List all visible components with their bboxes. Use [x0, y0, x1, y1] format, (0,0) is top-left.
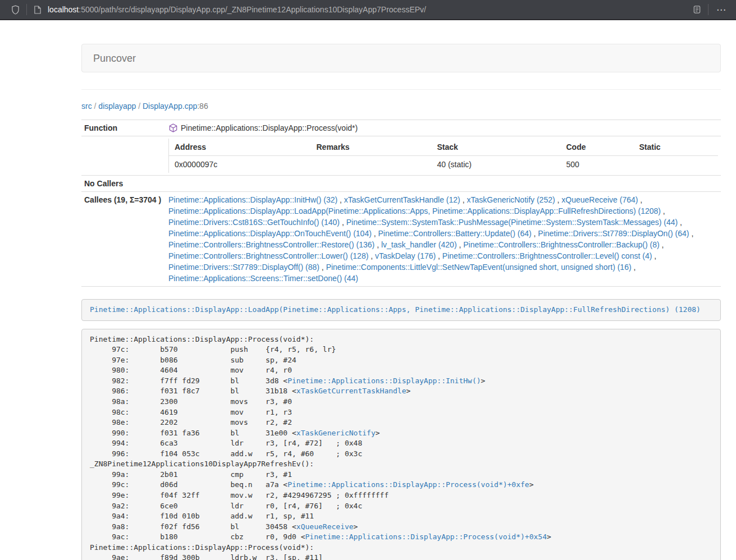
stats-header-cell: Code	[561, 139, 634, 156]
asm-text: 986: f031 f8c7 bl 31b18 <	[90, 387, 296, 395]
toolbar-separator	[26, 4, 27, 15]
asm-line: 9a8: f02f fd56 bl 30458 <xQueueReceive>	[90, 522, 712, 533]
asm-text: 98c: 4619 mov r1, r3	[90, 408, 292, 416]
asm-text: Pinetime::Applications::DisplayApp::Proc…	[90, 543, 314, 552]
callee-link[interactable]: xQueueReceive (764)	[561, 195, 638, 204]
stats-header-row: AddressRemarksStackCodeStatic	[169, 139, 719, 156]
asm-text: >	[354, 522, 358, 531]
stats-table-cell: AddressRemarksStackCodeStatic 0x0000097c…	[166, 136, 721, 176]
loadapp-link[interactable]: Pinetime::Applications::DisplayApp::Load…	[90, 305, 701, 314]
callee-link[interactable]: vTaskDelay (176)	[375, 251, 436, 260]
stats-value-cell: 0x0000097c	[169, 156, 311, 173]
asm-line: 98c: 4619 mov r1, r3	[90, 407, 712, 418]
asm-text: 990: f031 fa36 bl 31e00 <	[90, 429, 296, 437]
breadcrumb-link[interactable]: src	[81, 102, 92, 111]
asm-text: 996: f104 053c add.w r5, r4, #60 ; 0x3c	[90, 449, 362, 458]
callers-cell	[166, 176, 721, 192]
asm-line: 97e: b086 sub sp, #24	[90, 355, 712, 366]
callee-link[interactable]: Pinetime::Applications::Screens::Timer::…	[168, 274, 358, 283]
loadapp-code-block: Pinetime::Applications::DisplayApp::Load…	[81, 299, 721, 321]
breadcrumb-link[interactable]: displayapp	[98, 102, 136, 111]
stats-row-outer: AddressRemarksStackCodeStatic 0x0000097c…	[81, 136, 721, 176]
callee-link[interactable]: Pinetime::Drivers::St7789::DisplayOff() …	[168, 263, 319, 272]
callee-separator: ,	[632, 263, 636, 272]
asm-symbol-link[interactable]: xQueueReceive	[296, 522, 354, 531]
callee-link[interactable]: Pinetime::Applications::DisplayApp::Init…	[168, 195, 337, 204]
callees-row: Callees (19, Σ=3704 ) Pinetime::Applicat…	[81, 192, 721, 287]
asm-text: 9a8: f02f fd56 bl 30458 <	[90, 522, 296, 531]
callee-link[interactable]: Pinetime::Controllers::Battery::Update()…	[378, 229, 532, 238]
callee-link[interactable]: xTaskGetCurrentTaskHandle (12)	[344, 195, 460, 204]
asm-line: 996: f104 053c add.w r5, r4, #60 ; 0x3c	[90, 449, 712, 460]
asm-line: 9ae: f89d 300b ldrb.w r3, [sp, #11]	[90, 553, 712, 560]
url-bar[interactable]: localhost:5000/path/src/displayapp/Displ…	[30, 1, 689, 18]
url-path: :5000/path/src/displayapp/DisplayApp.cpp…	[79, 5, 426, 14]
stats-header-cell: Remarks	[311, 139, 432, 156]
callee-link[interactable]: Pinetime::Applications::DisplayApp::Load…	[168, 206, 661, 215]
asm-line: 98a: 2300 movs r3, #0	[90, 397, 712, 407]
stats-value-row: 0x0000097c40 (static)500	[169, 156, 719, 173]
stats-value-cell: 40 (static)	[432, 156, 561, 173]
callee-separator: ,	[460, 195, 467, 204]
page-info-icon[interactable]	[30, 2, 44, 17]
reader-view-icon[interactable]	[689, 2, 705, 17]
asm-symbol-link[interactable]: xTaskGetCurrentTaskHandle	[296, 387, 406, 395]
asm-symbol-link[interactable]: Pinetime::Applications::DisplayApp::Proc…	[287, 480, 529, 489]
callee-link[interactable]: Pinetime::System::SystemTask::PushMessag…	[346, 218, 678, 227]
asm-line: 99e: f04f 32ff mov.w r2, #4294967295 ; 0…	[90, 490, 712, 501]
asm-text: 98e: 2202 movs r2, #2	[90, 418, 292, 426]
callee-separator: ,	[368, 251, 375, 260]
callers-row: No Callers	[81, 176, 721, 192]
asm-symbol-link[interactable]: Pinetime::Applications::DisplayApp::Proc…	[305, 533, 547, 541]
asm-text: 99e: f04f 32ff mov.w r2, #4294967295 ; 0…	[90, 491, 388, 499]
toolbar-separator	[708, 4, 708, 15]
callee-link[interactable]: Pinetime::Drivers::Cst816S::GetTouchInfo…	[168, 218, 340, 227]
asm-line: _ZN8Pinetime12Applications10DisplayApp7R…	[90, 459, 712, 470]
asm-line: 994: 6ca3 ldr r3, [r4, #72] ; 0x48	[90, 438, 712, 449]
stats-row-label	[81, 136, 166, 176]
callee-link[interactable]: Pinetime::Components::LittleVgl::SetNewT…	[326, 263, 632, 272]
tracking-protection-shield-icon[interactable]	[8, 2, 23, 17]
callee-link[interactable]: Pinetime::Applications::DisplayApp::OnTo…	[168, 229, 372, 238]
callee-link[interactable]: Pinetime::Controllers::BrightnessControl…	[463, 240, 659, 249]
callee-separator: ,	[689, 229, 694, 238]
stats-header-cell: Address	[169, 139, 311, 156]
asm-text: 980: 4604 mov r4, r0	[90, 366, 292, 374]
asm-text: 9a2: 6ce0 ldr r0, [r4, #76] ; 0x4c	[90, 502, 362, 510]
navbar-brand[interactable]: Puncover	[82, 53, 136, 64]
asm-text: >	[481, 377, 486, 385]
asm-line: 986: f031 f8c7 bl 31b18 <xTaskGetCurrent…	[90, 386, 712, 397]
callee-separator: ,	[337, 195, 344, 204]
asm-line: Pinetime::Applications::DisplayApp::Proc…	[90, 543, 712, 553]
page-container: Puncover src / displayapp / DisplayApp.c…	[81, 44, 721, 560]
stats-header-cell: Stack	[432, 139, 561, 156]
asm-line: 9ac: b180 cbz r0, 9d0 <Pinetime::Applica…	[90, 532, 712, 543]
callee-link[interactable]: Pinetime::Controllers::BrightnessControl…	[168, 251, 368, 260]
asm-line: 990: f031 fa36 bl 31e00 <xTaskGenericNot…	[90, 428, 712, 439]
breadcrumb-link[interactable]: DisplayApp.cpp	[143, 102, 197, 111]
callee-separator: ,	[319, 263, 326, 272]
asm-text: 9a4: f10d 010b add.w r1, sp, #11	[90, 512, 314, 520]
callee-link[interactable]: Pinetime::Controllers::BrightnessControl…	[168, 240, 374, 249]
asm-line: 9a2: 6ce0 ldr r0, [r4, #76] ; 0x4c	[90, 501, 712, 512]
callee-link[interactable]: xTaskGenericNotify (252)	[467, 195, 555, 204]
callee-link[interactable]: Pinetime::Controllers::BrightnessControl…	[442, 251, 652, 260]
function-name-cell: Pinetime::Applications::DisplayApp::Proc…	[166, 120, 721, 136]
callee-link[interactable]: Pinetime::Drivers::St7789::DisplayOn() (…	[538, 229, 689, 238]
callee-separator: ,	[652, 251, 656, 260]
callee-separator: ,	[532, 229, 538, 238]
callee-separator: ,	[374, 240, 381, 249]
no-callers-label: No Callers	[81, 176, 166, 192]
asm-symbol-link[interactable]: Pinetime::Applications::DisplayApp::Init…	[287, 377, 481, 385]
asm-text: 994: 6ca3 ldr r3, [r4, #72] ; 0x48	[90, 439, 362, 447]
asm-symbol-link[interactable]: xTaskGenericNotify	[296, 429, 376, 437]
divider	[81, 89, 721, 90]
menu-more-icon[interactable]: ⋯	[712, 5, 730, 15]
callee-separator: ,	[372, 229, 378, 238]
browser-toolbar: localhost:5000/path/src/displayapp/Displ…	[0, 0, 736, 20]
callee-separator: ,	[660, 240, 664, 249]
asm-text: >	[547, 533, 551, 541]
callee-link[interactable]: lv_task_handler (420)	[381, 240, 457, 249]
asm-text: Pinetime::Applications::DisplayApp::Proc…	[90, 335, 314, 343]
url-text: localhost:5000/path/src/displayapp/Displ…	[48, 5, 426, 14]
